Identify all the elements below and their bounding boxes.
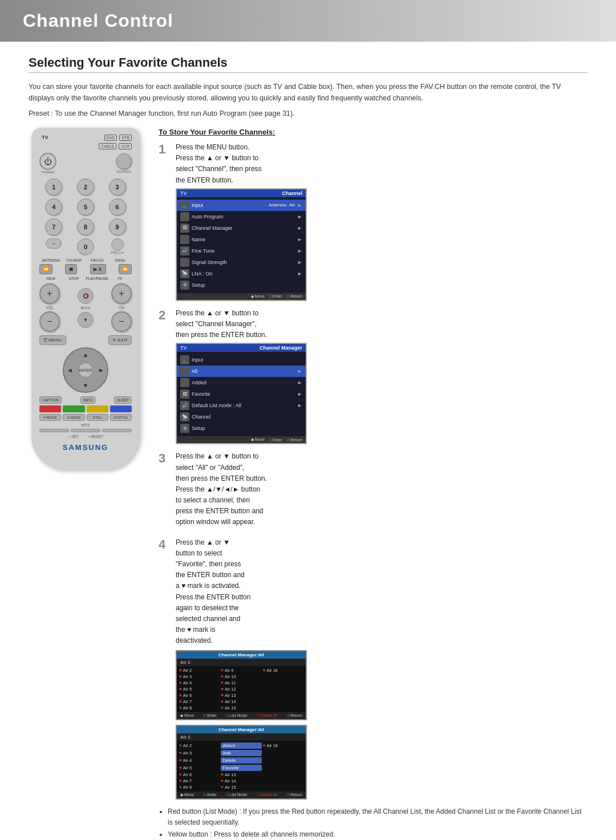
heart-air4: ♥ <box>179 680 182 685</box>
channel-icon: 📡 <box>180 269 189 278</box>
cm2-empty4 <box>263 772 303 777</box>
btn-6[interactable]: 6 <box>109 198 126 216</box>
step-2-number: 2 <box>159 308 170 323</box>
btn-7[interactable]: 7 <box>45 218 62 236</box>
heart-air14: ♥ <box>221 699 224 704</box>
extra-btn-2[interactable] <box>71 429 100 432</box>
picture-icon: 🖼 <box>180 224 189 233</box>
antenna-value: Antenna : Air <box>245 202 295 208</box>
s2-setup-icon: ⚙ <box>180 424 189 433</box>
name-arrow: ► <box>297 237 302 242</box>
cm2-air2-label: Air 2 <box>177 733 306 741</box>
cm1-air7: ♥ Air 7 <box>179 699 220 704</box>
cm2-empty1 <box>263 750 303 756</box>
nav-up[interactable]: ▲ <box>83 351 89 358</box>
s2-added-arrow: ► <box>297 380 302 385</box>
caption-button[interactable]: CAPTION <box>39 396 62 404</box>
input-icon: 📺 <box>180 201 189 210</box>
ch-col: + CH − <box>111 283 132 332</box>
stop-button[interactable]: ⏹ <box>65 264 77 274</box>
red-button[interactable] <box>39 405 61 412</box>
play-label: PLAY/PAUSE <box>86 277 109 281</box>
vol-up-button[interactable]: + <box>39 283 60 304</box>
cm1-enter: □ Enter <box>204 713 217 718</box>
pstyle-button[interactable]: P.STYLE <box>110 414 132 421</box>
lna-arrow: ► <box>297 271 302 277</box>
cm1-empty5 <box>263 699 303 704</box>
cm1-move: ◆ Move <box>180 713 194 718</box>
ch-up-button[interactable]: + <box>111 283 132 304</box>
still-button[interactable]: STILL <box>87 414 108 421</box>
exit-label: EXIT <box>117 338 128 343</box>
nav-left[interactable]: ◄ <box>67 367 73 374</box>
power-label: POWER <box>42 171 55 174</box>
cm2-body: ♥ Air 2 Watch ♥ Air 16 ♥ Air 3 Add ♥ Air… <box>177 741 306 792</box>
s2-input-text: Input <box>192 357 302 363</box>
cm2-empty3 <box>263 765 303 771</box>
channel-manager-screen-1: Channel Manager:All Air 2 ♥ Air 2 ♥ Air … <box>176 650 307 720</box>
signal-arrow: ► <box>297 259 302 265</box>
down-button[interactable]: ▼ <box>78 312 94 328</box>
btn-4[interactable]: 4 <box>45 198 62 216</box>
nav-down[interactable]: ▼ <box>83 382 89 389</box>
btn-5[interactable]: 5 <box>77 198 94 216</box>
enter-label-footer: □ Enter <box>269 294 282 299</box>
btn-zero[interactable]: 0 <box>77 238 94 255</box>
source-label: SOURCE <box>116 170 131 173</box>
s2-defaultlist-text: Default List mode : All <box>192 403 295 408</box>
ch-down-button[interactable]: − <box>111 311 132 332</box>
tv-screen-1: TV Channel 📺 Input Antenna : Air ► <box>176 188 307 301</box>
nav-right[interactable]: ► <box>98 367 104 374</box>
play-button[interactable]: ▶⏸ <box>90 264 106 274</box>
s2-all-icon <box>180 367 189 376</box>
pmode-button[interactable]: P.MODE <box>39 414 61 421</box>
cm2-row-5: ♥ Air 6 ♥ Air 13 <box>177 772 306 778</box>
tv-menu-2-added: Added ► <box>177 377 306 388</box>
s2-sound-icon: 🔊 <box>180 401 189 410</box>
source-button[interactable] <box>116 153 132 169</box>
color-buttons-row <box>39 405 132 412</box>
pre-ch-button[interactable] <box>111 238 124 251</box>
rew-button[interactable]: ⏪ <box>39 264 52 274</box>
yellow-button[interactable] <box>87 405 108 412</box>
tv-menu-row-auto: Auto Program ► <box>177 211 306 222</box>
cm1-air10: ♥ Air 10 <box>221 674 261 679</box>
info-button[interactable]: INFO <box>80 396 95 404</box>
cm1-row-6: ♥ Air 7 ♥ Air 14 <box>177 699 306 705</box>
mute-button[interactable]: 🔇 <box>78 288 94 304</box>
btn-2[interactable]: 2 <box>77 178 94 196</box>
heart-air8: ♥ <box>179 705 182 711</box>
cm2-air6: ♥ Air 6 <box>179 772 220 777</box>
heart-air9: ♥ <box>221 668 224 673</box>
enter-button[interactable]: ENTER <box>78 363 93 378</box>
menu-button[interactable]: ☰ MENU <box>39 335 66 345</box>
btn-3[interactable]: 3 <box>109 178 126 196</box>
btn-1[interactable]: 1 <box>45 178 62 196</box>
btn-dash[interactable]: − <box>46 238 62 249</box>
ff-button[interactable]: ⏩ <box>119 264 132 274</box>
tv-screen-1-tv-label: TV <box>180 190 187 196</box>
heart2-air14: ♥ <box>221 778 224 784</box>
extra-btn-1[interactable] <box>39 429 69 432</box>
smode-button[interactable]: S.MODE <box>63 414 84 421</box>
vol-col: + VOL − <box>39 283 60 332</box>
tv-screen-2-title: Channel Manager <box>260 345 302 351</box>
blue-button[interactable] <box>110 405 132 412</box>
power-button[interactable]: ⏻ <box>39 153 56 170</box>
green-button[interactable] <box>63 405 84 412</box>
sleep-button[interactable]: SLEEP <box>114 396 132 404</box>
extra-btn-3[interactable] <box>102 429 132 432</box>
function-labels-row: ANTENNA CH.MGR FAV.CH DNSe <box>39 258 132 262</box>
cm1-row-1: ♥ Air 2 ♥ Air 9 ♥ Air 16 <box>177 667 306 673</box>
intro-paragraph: You can store your favorite channels for… <box>29 81 587 104</box>
instructions-col: To Store Your Favorite Channels: 1 Press… <box>159 128 587 840</box>
btn-8[interactable]: 8 <box>77 218 94 236</box>
exit-button[interactable]: ✕ EXIT <box>108 335 132 345</box>
signal-icon <box>180 258 189 267</box>
heart-air13: ♥ <box>221 693 224 698</box>
vol-down-button[interactable]: − <box>39 311 60 332</box>
btn-9[interactable]: 9 <box>109 218 126 236</box>
bullet-list: Red button (List Mode) : If you press th… <box>159 806 587 841</box>
s2-enter-label: □ Enter <box>269 437 282 442</box>
tv-menu-2-all: All ► <box>177 366 306 377</box>
